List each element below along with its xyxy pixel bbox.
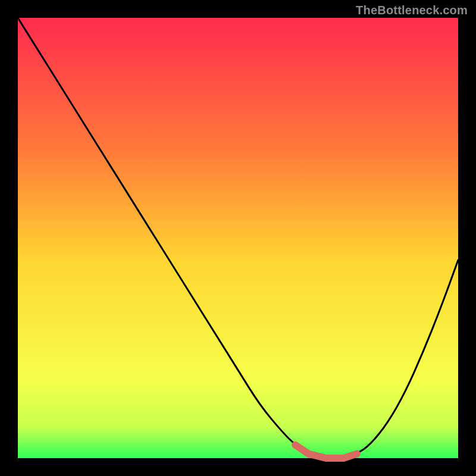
bottleneck-chart [0, 0, 476, 476]
chart-frame: TheBottleneck.com [0, 0, 476, 476]
plot-background [18, 18, 458, 458]
